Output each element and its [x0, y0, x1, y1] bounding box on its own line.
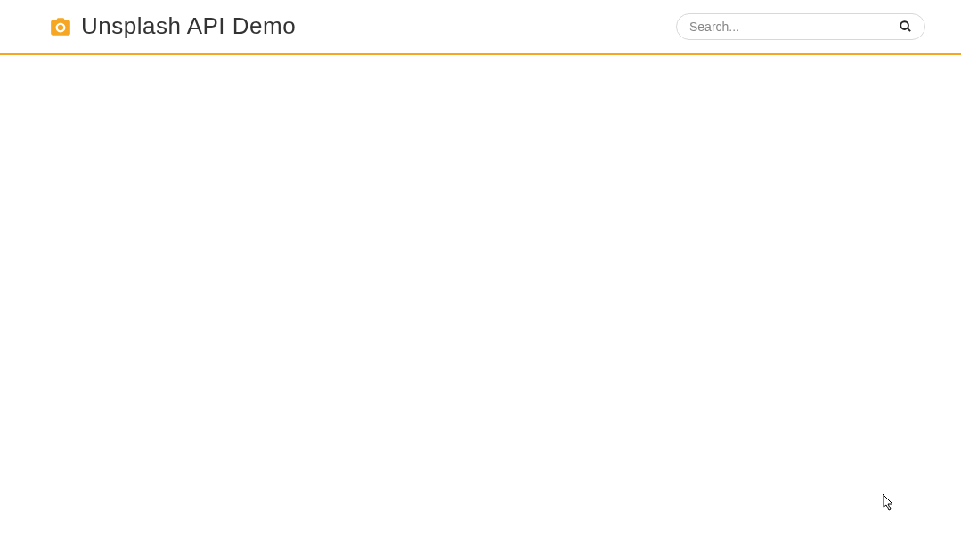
search-box[interactable]	[676, 13, 925, 40]
svg-point-0	[900, 21, 908, 29]
page-title: Unsplash API Demo	[81, 12, 296, 40]
brand: Unsplash API Demo	[49, 12, 296, 40]
search-input[interactable]	[689, 20, 893, 34]
header: Unsplash API Demo	[0, 0, 961, 55]
search-icon[interactable]	[893, 20, 912, 33]
svg-line-1	[908, 28, 910, 31]
mouse-cursor	[883, 494, 897, 512]
camera-icon	[49, 15, 72, 38]
